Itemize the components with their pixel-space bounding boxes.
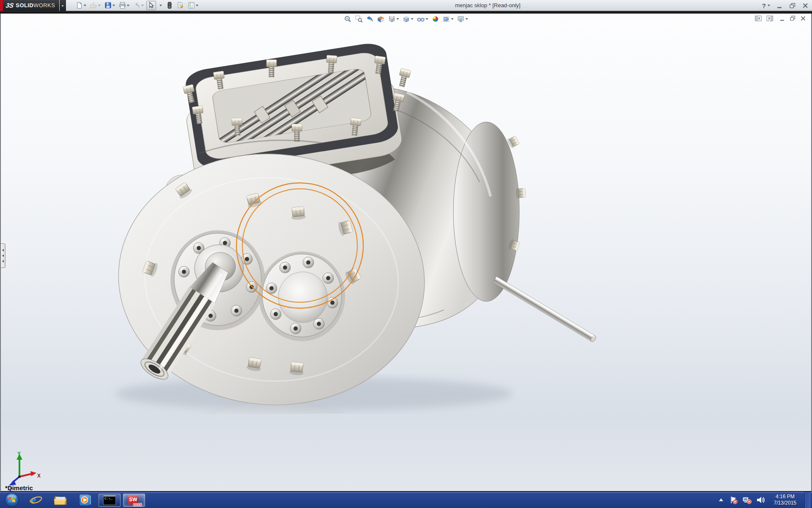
triad-y-label: Y: [17, 451, 21, 457]
apply-scene-caret[interactable]: [451, 18, 454, 20]
options-button[interactable]: [187, 1, 200, 10]
view-settings-caret[interactable]: [466, 18, 468, 20]
view-orientation-label: *Dimetric: [5, 484, 33, 491]
hide-show-items-button[interactable]: [416, 15, 429, 23]
print-button[interactable]: [118, 1, 131, 10]
folder-icon: [53, 494, 68, 506]
3d-viewport-canvas[interactable]: [1, 14, 812, 492]
view-orientation-caret[interactable]: [397, 18, 399, 20]
open-document-button[interactable]: [89, 1, 102, 10]
help-button[interactable]: ?: [762, 2, 770, 9]
gearbox-model[interactable]: [110, 41, 597, 415]
rebuild-traffic-light-icon: [166, 2, 173, 9]
save-icon: [104, 2, 112, 9]
command-prompt-icon: C:\_: [103, 495, 116, 505]
print-dropdown-caret[interactable]: [127, 5, 129, 6]
solidworks-logo[interactable]: 3S SOLID WORKS: [0, 0, 59, 11]
taskbar-windows-explorer[interactable]: [48, 492, 73, 508]
taskbar-command-prompt[interactable]: C:\_: [99, 494, 121, 507]
command-prompt-label: C:\_: [104, 497, 115, 501]
action-center-icon[interactable]: [729, 496, 738, 504]
view-settings-icon: [457, 15, 465, 23]
document-window-controls: [755, 15, 806, 22]
solidworks-year-badge: 2015: [133, 502, 142, 507]
new-document-button[interactable]: [74, 1, 88, 10]
minimize-button[interactable]: [776, 3, 783, 9]
zoom-to-fit-button[interactable]: [343, 15, 353, 23]
show-desktop-button[interactable]: [805, 492, 811, 508]
options-icon: [188, 2, 195, 9]
dassault-logo-icon: 3S: [5, 2, 14, 9]
file-properties-button[interactable]: [176, 1, 185, 10]
print-icon: [119, 2, 126, 9]
undo-button[interactable]: [132, 1, 145, 10]
collapse-pane-right-button[interactable]: [766, 15, 774, 22]
undo-dropdown-caret[interactable]: [141, 5, 144, 6]
previous-view-button[interactable]: [365, 15, 375, 23]
clock-date: 7/13/2015: [774, 500, 796, 506]
network-disconnected-icon[interactable]: [742, 496, 752, 504]
hide-show-items-caret[interactable]: [426, 18, 428, 20]
help-icon: ?: [762, 2, 766, 9]
apply-scene-button[interactable]: [442, 15, 455, 23]
edit-appearance-button[interactable]: [431, 15, 440, 23]
solidworks-2015-icon: SW 2015: [128, 494, 140, 506]
open-dropdown-caret[interactable]: [98, 5, 101, 6]
system-tray: 4:16 PM 7/13/2015: [718, 492, 812, 508]
document-title: menjac sklop * [Read-only]: [455, 0, 521, 11]
cover-bearing-boss[interactable]: [259, 251, 345, 341]
close-button[interactable]: [802, 3, 809, 9]
collapse-pane-left-button[interactable]: [755, 15, 762, 22]
help-dropdown-caret[interactable]: [768, 5, 770, 6]
doc-close-button[interactable]: [800, 15, 806, 22]
view-settings-button[interactable]: [456, 15, 469, 23]
media-player-icon: [78, 493, 92, 507]
hide-show-items-icon: [417, 15, 425, 23]
chevron-left-icon: [2, 254, 4, 257]
apply-scene-icon: [443, 15, 450, 23]
output-shaft[interactable]: [493, 276, 597, 342]
triad-x-label: X: [37, 473, 41, 479]
save-button[interactable]: [103, 1, 116, 10]
select-button[interactable]: [146, 1, 156, 10]
brand-bold: SOLID: [16, 2, 33, 8]
heads-up-view-toolbar: [343, 15, 469, 23]
undo-icon: [133, 2, 140, 9]
solidworks-letters: SW: [128, 497, 138, 502]
doc-minimize-button[interactable]: [779, 15, 785, 22]
edit-appearance-icon: [432, 15, 439, 23]
zoom-to-area-button[interactable]: [354, 15, 364, 23]
doc-restore-button[interactable]: [790, 15, 796, 22]
start-button[interactable]: [0, 492, 24, 508]
menu-expand-button[interactable]: ▸: [60, 0, 66, 11]
brand-light: WORKS: [33, 2, 55, 8]
display-style-icon: [403, 15, 410, 23]
volume-icon[interactable]: [756, 496, 765, 504]
show-hidden-icons-button[interactable]: [718, 497, 724, 503]
solidworks-window: 3S SOLID WORKS ▸: [0, 0, 812, 508]
save-dropdown-caret[interactable]: [112, 5, 115, 6]
internet-explorer-icon: e: [29, 493, 43, 507]
view-orientation-button[interactable]: [387, 15, 400, 23]
restore-button[interactable]: [789, 3, 796, 9]
select-cursor-icon: [148, 2, 155, 9]
taskbar-solidworks[interactable]: SW 2015: [123, 494, 145, 507]
new-dropdown-caret[interactable]: [84, 5, 86, 6]
chevron-left-icon: [2, 260, 4, 262]
taskbar-media-player[interactable]: [73, 492, 97, 508]
rebuild-button[interactable]: [165, 1, 174, 10]
select-dropdown-caret: [159, 5, 162, 6]
feature-tree-collapsed-tab[interactable]: [1, 243, 5, 268]
display-style-button[interactable]: [402, 15, 414, 23]
graphics-area: Y X Z *Dimetric: [0, 14, 812, 492]
section-view-icon: [377, 15, 385, 23]
window-controls: ?: [762, 0, 809, 11]
taskbar-internet-explorer[interactable]: e: [24, 492, 48, 508]
taskbar-clock[interactable]: 4:16 PM 7/13/2015: [774, 494, 796, 506]
display-style-caret[interactable]: [411, 18, 414, 20]
zoom-to-fit-icon: [344, 15, 352, 23]
previous-view-icon: [366, 15, 374, 23]
options-dropdown-caret[interactable]: [196, 5, 198, 6]
select-dropdown-button[interactable]: [157, 1, 163, 10]
section-view-button[interactable]: [376, 15, 386, 23]
